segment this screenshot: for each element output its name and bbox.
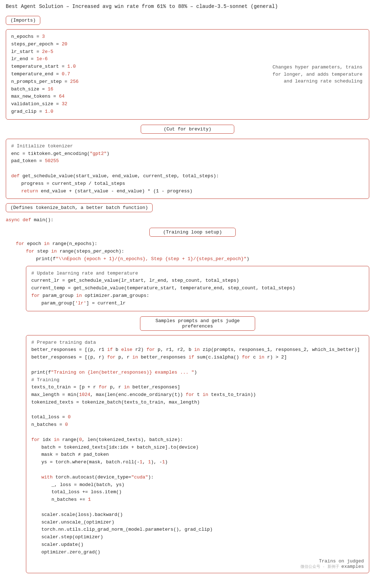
code-line: total_loss = 0 bbox=[31, 414, 364, 421]
code-line: better_responses = [(p, r) for p, r in b… bbox=[31, 354, 364, 361]
cut-brevity-label: (Cut for brevity) bbox=[164, 126, 212, 132]
config-line: n_epochs = 3 bbox=[11, 33, 364, 41]
training-loop-label: (Training loop setup) bbox=[163, 230, 222, 235]
code-line: current_lr = get_schedule_value(lr_start… bbox=[31, 277, 364, 285]
code-line bbox=[31, 406, 364, 414]
code-line: # Update learning rate and temperature bbox=[31, 270, 364, 277]
code-line: batch = tokenized_texts[idx:idx + batch_… bbox=[31, 444, 364, 451]
code-line: for idx in range(0, len(tokenized_texts)… bbox=[31, 436, 364, 444]
code-line: mask = batch ≠ pad_token bbox=[31, 451, 364, 459]
defines-box[interactable]: (Defines tokenize_batch, a better batch … bbox=[6, 203, 153, 212]
section2-block: # Initialize tokenizer enc = tiktoken.ge… bbox=[6, 139, 369, 199]
code-line: n_batches = 0 bbox=[31, 421, 364, 429]
code-line: scaler.scale(loss).backward() bbox=[31, 511, 364, 519]
code-line: n_batches += 1 bbox=[31, 496, 364, 504]
code-line: scaler.step(optimizer) bbox=[31, 534, 364, 541]
code-line bbox=[11, 165, 364, 173]
code-line: def get_schedule_value(start_value, end_… bbox=[11, 173, 364, 180]
code-line: current_temp = get_schedule_value(temper… bbox=[31, 285, 364, 292]
config-block: Changes hyper parameters, trainsfor long… bbox=[6, 29, 369, 120]
code-line: print(f"\\nEpoch {epoch + 1}/{n_epochs},… bbox=[6, 255, 369, 263]
samples-box[interactable]: Samples prompts and gets judge preferenc… bbox=[140, 316, 255, 331]
page-title: Best Agent Solution – Increased avg win … bbox=[6, 4, 369, 9]
code-line bbox=[31, 429, 364, 436]
code-line: for param_group in optimizer.param_group… bbox=[31, 292, 364, 300]
for-loop-block: for epoch in range(n_epochs): for step i… bbox=[6, 240, 369, 263]
code-line: optimizer.zero_grad() bbox=[31, 549, 364, 556]
code-line: total_loss += loss.item() bbox=[31, 489, 364, 496]
code-line: progress = current_step / total_steps bbox=[11, 180, 364, 188]
imports-label: (Imports) bbox=[10, 18, 36, 23]
code-line: tokenized_texts = tokenize_batch(texts_t… bbox=[31, 399, 364, 406]
config-line: batch_size = 16 bbox=[11, 86, 364, 93]
async-def-line: async def main(): bbox=[6, 217, 369, 224]
code-line bbox=[31, 504, 364, 511]
code-line: scaler.unscale_(optimizer) bbox=[31, 519, 364, 526]
code-line: param_group['lr'] = current_lr bbox=[31, 300, 364, 307]
code-line: for step in range(steps_per_epoch): bbox=[6, 248, 369, 255]
code-line: with torch.autocast(device_type="cuda"): bbox=[31, 474, 364, 481]
config-line: max_new_tokens = 64 bbox=[11, 93, 364, 101]
code-line: enc = tiktoken.get_encoding("gpt2") bbox=[11, 150, 364, 158]
code-line: print(f"Training on {len(better_response… bbox=[31, 369, 364, 377]
code-line: torch.nn.utils.clip_grad_norm_(model.par… bbox=[31, 526, 364, 534]
code-line: # Initialize tokenizer bbox=[11, 143, 364, 150]
code-line: max_length = min(1024, max(len(enc.encod… bbox=[31, 391, 364, 399]
code-line: texts_to_train = [p + r for p, r in bett… bbox=[31, 384, 364, 391]
samples-label: Samples prompts and gets judge preferenc… bbox=[155, 318, 240, 329]
code-line: pad_token = 50255 bbox=[11, 157, 364, 165]
bottom-note: Trains on judged 微信公众号 · 新例子 examples bbox=[301, 558, 364, 569]
config-line: lr_start = 2e-5 bbox=[11, 48, 364, 56]
code-line: for epoch in range(n_epochs): bbox=[6, 240, 369, 248]
code-line: better_responses = [(p, r1 if b else r2)… bbox=[31, 346, 364, 354]
config-line: lr_end = 1e-6 bbox=[11, 55, 364, 63]
config-line: grad_clip = 1.0 bbox=[11, 108, 364, 116]
code-line bbox=[31, 361, 364, 369]
code-line: scaler.update() bbox=[31, 541, 364, 549]
code-line: return end_value + (start_value - end_va… bbox=[11, 188, 364, 195]
training-loop-box[interactable]: (Training loop setup) bbox=[149, 228, 236, 237]
config-side-note: Changes hyper parameters, trainsfor long… bbox=[272, 64, 362, 85]
code-line: ys = torch.where(mask, batch.roll(-1, 1)… bbox=[31, 459, 364, 466]
config-line: steps_per_epoch = 20 bbox=[11, 41, 364, 48]
code-line: # Prepare training data bbox=[31, 339, 364, 347]
imports-box[interactable]: (Imports) bbox=[6, 16, 40, 25]
config-line: validation_size = 32 bbox=[11, 101, 364, 108]
code-line bbox=[31, 466, 364, 474]
cut-brevity-box[interactable]: (Cut for brevity) bbox=[141, 125, 234, 134]
code-line: _, loss = model(batch, ys) bbox=[31, 481, 364, 489]
code-line: # Training bbox=[31, 377, 364, 384]
update-lr-block: # Update learning rate and temperature c… bbox=[26, 266, 369, 311]
training-data-block: # Prepare training data better_responses… bbox=[26, 335, 369, 573]
watermark: 微信公众号 · 新例子 bbox=[301, 564, 339, 569]
defines-label: (Defines tokenize_batch, a better batch … bbox=[10, 205, 148, 210]
